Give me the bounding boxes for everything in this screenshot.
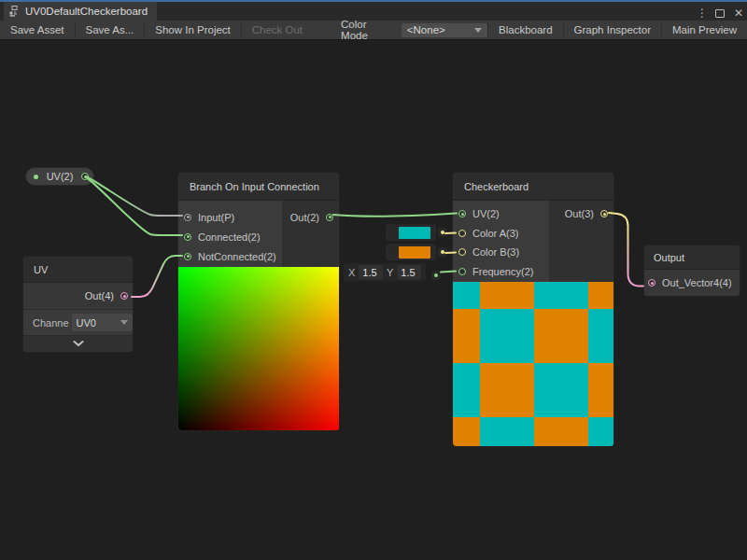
collapse-preview-button[interactable] [23,336,133,352]
color-b-connector-dot [438,247,447,257]
node-branch-on-input-connection[interactable]: Branch On Input Connection Input(P) Conn… [177,172,340,431]
port-row-frequency: Frequency(2) [453,262,549,282]
graph-inspector-toggle-button[interactable]: Graph Inspector [564,21,661,39]
chevron-down-icon [474,28,482,33]
frequency-x-input[interactable]: 1.5 [359,265,383,279]
show-in-project-button[interactable]: Show In Project [145,21,241,39]
node-checkerboard[interactable]: Checkerboard UV(2) Color A(3) Color B(3) [452,172,614,447]
channel-row: Channe UV0 [23,310,133,336]
property-dot-icon [34,175,38,179]
port-label: Color B(3) [472,246,519,258]
port-checker-frequency[interactable] [458,268,466,275]
port-label: UV(2) [472,208,500,219]
shader-graph-icon [9,6,21,17]
port-checker-color-b[interactable] [458,248,466,256]
port-row-out4: Out(4) [23,283,133,310]
chevron-down-icon [73,341,84,347]
port-row-connected: Connected(2) [178,227,282,246]
port-row-notconnected: NotConnected(2) [178,246,282,266]
frequency-connector-dot [431,271,441,280]
shader-graph-window: UV0DefaultCheckerboard ⋮ ✕ Save Asset Sa… [0,0,747,560]
channel-label: Channe [33,317,69,329]
port-row-uv: UV(2) [453,204,549,224]
window-menu-icon[interactable]: ⋮ [697,7,706,20]
node-title: Checkerboard [453,173,613,201]
node-title: UV [23,257,133,283]
color-a-connector-dot [438,228,447,237]
port-branch-notconnected[interactable] [184,253,191,260]
port-label: Out(2) [290,212,319,223]
frequency-x-label: X [348,267,355,278]
color-b-box [386,244,436,260]
port-label: Out(3) [565,208,594,219]
port-label: Input(P) [198,212,234,223]
channel-value: UV0 [77,317,96,329]
toolbar: Save Asset Save As... Show In Project Ch… [0,21,747,40]
chevron-down-icon [120,320,128,325]
color-a-field [386,224,447,241]
window-close-icon[interactable]: ✕ [734,7,743,20]
frequency-connector [430,267,441,284]
uv-gradient-preview [178,267,340,430]
frequency-y-label: Y [387,267,393,278]
color-b-swatch[interactable] [399,246,430,259]
port-row-color-b: Color B(3) [453,243,549,262]
frequency-field: X 1.5 Y 1.5 [344,263,426,281]
port-checker-color-a[interactable] [458,230,466,237]
window-maximize-icon[interactable] [715,9,725,18]
port-row-out: Out(2) [282,207,339,227]
port-checker-uv[interactable] [458,210,466,217]
color-mode-label: Color Mode [313,21,402,39]
blackboard-toggle-button[interactable]: Blackboard [488,21,563,39]
port-uv2-pill-out[interactable] [81,173,89,180]
port-label: Out_Vector4(4) [662,277,732,288]
port-branch-input[interactable] [184,214,191,221]
port-row-out: Out(3) [549,204,613,224]
node-title: Output [644,245,740,270]
color-a-box [386,224,436,241]
port-label: Frequency(2) [472,266,533,277]
port-checker-out[interactable] [600,210,608,217]
node-output[interactable]: Output Out_Vector4(4) [643,245,740,297]
pill-label: UV(2) [44,171,76,182]
node-uv2-property-pill[interactable]: UV(2) [25,167,94,186]
port-label: Color A(3) [472,228,519,239]
port-branch-connected[interactable] [184,233,191,241]
color-mode-value: <None> [407,24,445,35]
color-b-field [386,244,447,260]
port-row-color-a: Color A(3) [453,224,549,244]
window-controls: ⋮ ✕ [697,4,743,22]
color-a-swatch[interactable] [399,227,430,239]
port-label: NotConnected(2) [198,251,276,262]
check-out-button: Check Out [242,21,313,39]
port-output-vector4[interactable] [648,279,655,287]
color-mode-dropdown[interactable]: <None> [402,23,487,37]
port-row-out-vector4: Out_Vector4(4) [644,270,740,296]
port-label: Out(4) [85,290,114,301]
save-as-button[interactable]: Save As... [76,21,145,39]
main-preview-toggle-button[interactable]: Main Preview [662,21,747,39]
port-branch-out[interactable] [326,214,333,221]
tab-strip: UV0DefaultCheckerboard ⋮ ✕ [0,2,747,21]
tab-title: UV0DefaultCheckerboard [25,6,148,17]
port-row-input: Input(P) [178,207,282,227]
save-asset-button[interactable]: Save Asset [0,21,75,39]
channel-dropdown[interactable]: UV0 [72,314,133,331]
checkerboard-preview [453,282,614,446]
port-label: Connected(2) [198,231,261,243]
port-uv-out4[interactable] [120,292,128,300]
frequency-y-input[interactable]: 1.5 [397,265,421,279]
node-uv[interactable]: UV Out(4) Channe UV0 [22,256,134,353]
tab-shader-graph[interactable]: UV0DefaultCheckerboard [4,2,157,21]
node-title: Branch On Input Connection [178,173,339,201]
